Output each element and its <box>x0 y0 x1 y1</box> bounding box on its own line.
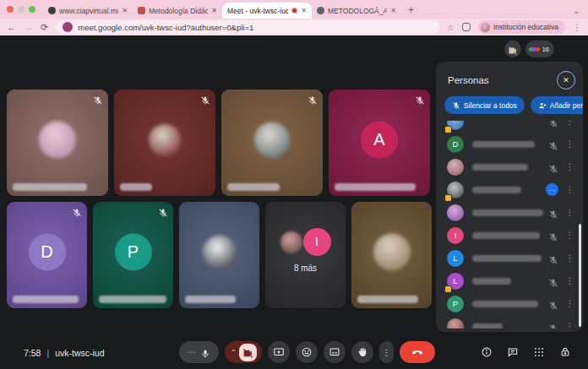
site-permissions-icon[interactable] <box>63 22 73 32</box>
tab-title: METODOLOGÃ_A DIDÃ_CTIC <box>328 7 387 15</box>
tab-search-chevron-icon[interactable]: ⌄ <box>573 7 588 19</box>
video-tile[interactable]: I8 más <box>265 202 346 308</box>
avatar <box>280 231 302 253</box>
tab-meet-active[interactable]: Meet - uvk-twsc-iud ✕ <box>222 3 312 19</box>
mic-off-icon <box>72 206 82 216</box>
host-controls-button[interactable] <box>559 346 571 358</box>
more-options-button[interactable]: ⋮ <box>379 341 394 363</box>
participant-name-blurred <box>99 296 166 303</box>
mic-off-icon[interactable] <box>548 162 558 172</box>
participant-row[interactable]: ⋮ <box>436 121 583 133</box>
add-people-button[interactable]: Añadir personas <box>531 96 583 114</box>
participant-row[interactable]: P⋮ <box>436 292 583 315</box>
participant-row[interactable]: L⋮ <box>436 247 583 269</box>
avatar-initial: L <box>447 250 464 267</box>
camera-button[interactable]: ⌃ <box>225 341 262 363</box>
mic-options-icon[interactable]: ⋯ <box>188 348 196 356</box>
new-tab-button[interactable]: + <box>401 4 421 19</box>
video-tile[interactable]: A <box>329 90 430 196</box>
participant-menu-icon[interactable]: ⋮ <box>564 185 575 194</box>
participant-menu-icon[interactable]: ⋮ <box>564 299 575 308</box>
window-controls[interactable] <box>0 0 43 19</box>
participant-row[interactable]: ...⋮ <box>436 178 583 201</box>
reload-button[interactable]: ⟳ <box>41 22 48 33</box>
close-tab-icon[interactable]: ✕ <box>390 7 396 14</box>
chat-button[interactable] <box>507 346 519 358</box>
mic-off-icon[interactable] <box>548 139 558 149</box>
participant-menu-icon[interactable]: ⋮ <box>564 276 575 285</box>
mic-off-icon[interactable] <box>548 208 558 218</box>
participant-list-inner: ⋮D⋮⋮...⋮⋮I⋮L⋮L⋮P⋮⋮ <box>436 121 583 328</box>
video-tile[interactable] <box>179 202 259 308</box>
video-tile[interactable] <box>114 90 215 196</box>
participant-row[interactable]: L⋮ <box>436 269 583 292</box>
close-tab-icon[interactable]: ✕ <box>301 7 307 14</box>
mic-off-icon[interactable] <box>548 322 558 329</box>
participant-menu-icon[interactable]: ⋮ <box>564 162 575 171</box>
participant-row[interactable]: D⋮ <box>436 133 583 155</box>
tab-metodologia-didactica[interactable]: Metodología Didáctica. Secc ✕ <box>133 3 222 19</box>
video-tile[interactable]: D <box>7 202 87 308</box>
phone-icon <box>411 345 424 359</box>
participant-menu-icon[interactable]: ⋮ <box>564 121 575 126</box>
participant-count-chip[interactable]: 16 <box>525 41 554 57</box>
bookmark-star-icon[interactable]: ☆ <box>447 23 455 32</box>
video-tile[interactable] <box>7 90 108 196</box>
captions-button[interactable] <box>324 341 346 363</box>
video-tile[interactable] <box>351 202 432 308</box>
site-favicon <box>48 7 56 14</box>
participant-menu-icon[interactable]: ⋮ <box>564 139 575 149</box>
activities-button[interactable] <box>533 346 545 358</box>
end-call-button[interactable] <box>400 341 435 363</box>
participant-list[interactable]: ⋮D⋮⋮...⋮⋮I⋮L⋮L⋮P⋮⋮ <box>436 121 583 328</box>
mic-off-icon[interactable] <box>548 121 558 127</box>
mic-off-icon[interactable] <box>548 231 558 241</box>
mic-off-icon[interactable] <box>548 276 558 286</box>
profile-chip[interactable]: Institución educativa <box>478 20 565 34</box>
browser-menu-icon[interactable]: ⋮ <box>573 23 581 32</box>
video-tile[interactable]: P <box>93 202 173 308</box>
tab-group-icon[interactable] <box>462 23 471 31</box>
participant-row[interactable]: ⋮ <box>436 315 583 328</box>
close-panel-button[interactable]: ✕ <box>557 71 575 90</box>
participant-menu-icon[interactable]: ⋮ <box>564 322 575 328</box>
close-tab-icon[interactable]: ✕ <box>211 7 217 14</box>
tab-ciapvirtual[interactable]: www.ciapvirtual.mx ✕ <box>43 3 133 19</box>
mic-off-icon[interactable] <box>548 299 558 309</box>
mute-all-button[interactable]: Silenciar a todos <box>444 96 525 114</box>
participant-menu-icon[interactable]: ⋮ <box>564 253 575 263</box>
participant-row[interactable]: I⋮ <box>436 224 583 247</box>
present-button[interactable] <box>268 341 290 363</box>
mic-button[interactable]: ⋯ <box>179 341 219 363</box>
address-bar[interactable]: meet.google.com/uvk-twsc-iud?authuser=0&… <box>56 20 439 34</box>
back-button[interactable]: ← <box>7 22 16 32</box>
add-people-label: Añadir personas <box>550 101 583 110</box>
close-tab-icon[interactable]: ✕ <box>122 7 128 14</box>
moodle-favicon <box>138 7 145 14</box>
call-controls: ⋯ ⌃ ⋮ <box>179 341 435 363</box>
participant-menu-icon[interactable]: ⋮ <box>564 208 575 217</box>
video-tile[interactable] <box>221 90 323 196</box>
participant-row[interactable]: ⋮ <box>436 155 583 178</box>
raise-hand-button[interactable] <box>351 341 373 363</box>
mic-off-icon[interactable] <box>548 253 558 263</box>
participant-menu-icon[interactable]: ⋮ <box>564 231 575 240</box>
avatar <box>39 121 76 158</box>
panel-scrollbar[interactable] <box>579 224 581 327</box>
tab-metodologia-doc[interactable]: METODOLOGÃ_A DIDÃ_CTIC ✕ <box>312 3 401 19</box>
url-text[interactable]: meet.google.com/uvk-twsc-iud?authuser=0&… <box>78 23 253 32</box>
close-window-button[interactable] <box>7 6 14 13</box>
participant-name-blurred <box>472 255 542 262</box>
meeting-info: 7:58 | uvk-twsc-iud <box>24 348 105 358</box>
forward-button[interactable]: → <box>24 22 33 32</box>
minimize-window-button[interactable] <box>18 6 24 13</box>
mic-off-icon <box>452 101 460 110</box>
zoom-window-button[interactable] <box>29 6 35 13</box>
people-panel-title: Personas <box>448 75 557 85</box>
present-icon <box>273 346 285 358</box>
avatar <box>447 121 464 130</box>
info-button[interactable] <box>481 346 493 358</box>
participant-row[interactable]: ⋮ <box>436 201 583 224</box>
camera-options-chevron-icon[interactable]: ⌃ <box>231 349 237 356</box>
reactions-button[interactable] <box>296 341 318 363</box>
